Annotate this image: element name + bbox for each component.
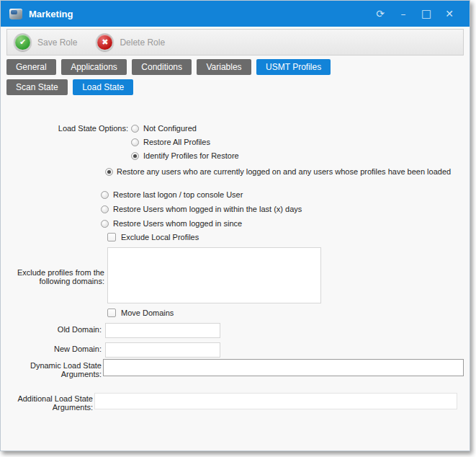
tab-variables[interactable]: Variables [197, 59, 251, 75]
radio-label: Restore last logon / top console User [113, 190, 243, 199]
radio-label: Restore Users whom logged in since [113, 219, 242, 228]
radio-restore-logged-in-since[interactable]: Restore Users whom logged in since [101, 218, 242, 228]
radio-icon[interactable] [101, 205, 109, 213]
delete-role-label: Delete Role [120, 37, 165, 48]
radio-restore-last-x-days[interactable]: Restore Users whom logged in within the … [101, 204, 302, 214]
toolbar: ✔ Save Role ✖ Delete Role [6, 29, 464, 56]
tab-load-state[interactable]: Load State [73, 79, 133, 95]
new-domain-label: New Domain: [30, 345, 102, 353]
exclude-domains-textarea[interactable] [107, 247, 321, 303]
checkbox-label: Move Domains [121, 309, 174, 317]
radio-restore-logged-on-users[interactable]: Restore any users who are currently logg… [101, 167, 472, 177]
minimize-icon[interactable]: – [392, 1, 415, 27]
radio-not-configured[interactable]: Not Configured [131, 123, 197, 133]
marketing-role-window: Marketing ⟳ – □ ✕ ✔ Save Role ✖ Delete R… [0, 0, 470, 451]
radio-icon[interactable] [101, 220, 109, 228]
sub-tab-bar: Scan State Load State [6, 79, 135, 95]
title-bar: Marketing ⟳ – □ ✕ [1, 1, 470, 27]
radio-icon[interactable] [101, 191, 109, 199]
tab-general[interactable]: General [6, 59, 56, 75]
move-domains-checkbox[interactable]: Move Domains [107, 308, 174, 318]
window-title: Marketing [29, 9, 73, 19]
close-icon[interactable]: ✕ [438, 1, 461, 27]
radio-restore-last-logon[interactable]: Restore last logon / top console User [101, 190, 243, 200]
radio-icon[interactable] [105, 168, 113, 176]
tab-conditions[interactable]: Conditions [132, 59, 192, 75]
old-domain-label: Old Domain: [30, 325, 102, 334]
radio-restore-all-profiles[interactable]: Restore All Profiles [131, 137, 210, 147]
radio-icon[interactable] [131, 152, 139, 160]
tab-scan-state[interactable]: Scan State [6, 79, 68, 95]
save-check-icon: ✔ [14, 33, 32, 51]
checkbox-icon[interactable] [107, 309, 116, 317]
additional-load-state-arguments-label: Additional Load State Arguments: [15, 394, 93, 412]
radio-label: Restore any users who are currently logg… [117, 167, 451, 176]
radio-identify-profiles[interactable]: Identify Profiles for Restore [131, 151, 239, 161]
tab-applications[interactable]: Applications [61, 59, 127, 75]
old-domain-input[interactable] [105, 323, 220, 338]
maximize-icon[interactable]: □ [415, 1, 438, 27]
save-role-label: Save Role [37, 37, 77, 48]
refresh-icon[interactable]: ⟳ [369, 1, 392, 27]
radio-icon[interactable] [131, 125, 139, 133]
radio-label: Restore Users whom logged in within the … [113, 205, 302, 213]
radio-label: Not Configured [143, 124, 197, 133]
exclude-local-profiles-checkbox[interactable]: Exclude Local Profiles [107, 232, 199, 242]
checkbox-icon[interactable] [107, 233, 116, 241]
main-tab-bar: General Applications Conditions Variable… [6, 59, 333, 75]
radio-label: Identify Profiles for Restore [143, 151, 239, 160]
save-role-button[interactable]: ✔ Save Role [14, 33, 77, 51]
radio-label: Restore All Profiles [143, 138, 210, 146]
radio-icon[interactable] [131, 138, 139, 146]
new-domain-input[interactable] [105, 342, 220, 358]
dynamic-load-state-arguments-label: Dynamic Load State Arguments: [24, 361, 102, 378]
dynamic-load-state-arguments-input[interactable] [103, 359, 464, 376]
window-controls: ⟳ – □ ✕ [369, 1, 461, 27]
delete-role-button[interactable]: ✖ Delete Role [96, 33, 165, 51]
app-icon [9, 9, 22, 19]
exclude-domains-label: Exclude profiles from the following doma… [6, 268, 104, 285]
additional-load-state-arguments-input[interactable] [94, 393, 457, 409]
tab-usmt-profiles[interactable]: USMT Profiles [256, 59, 331, 75]
delete-x-icon: ✖ [96, 33, 114, 51]
load-state-options-label: Load State Options: [30, 124, 128, 133]
checkbox-label: Exclude Local Profiles [121, 233, 199, 241]
